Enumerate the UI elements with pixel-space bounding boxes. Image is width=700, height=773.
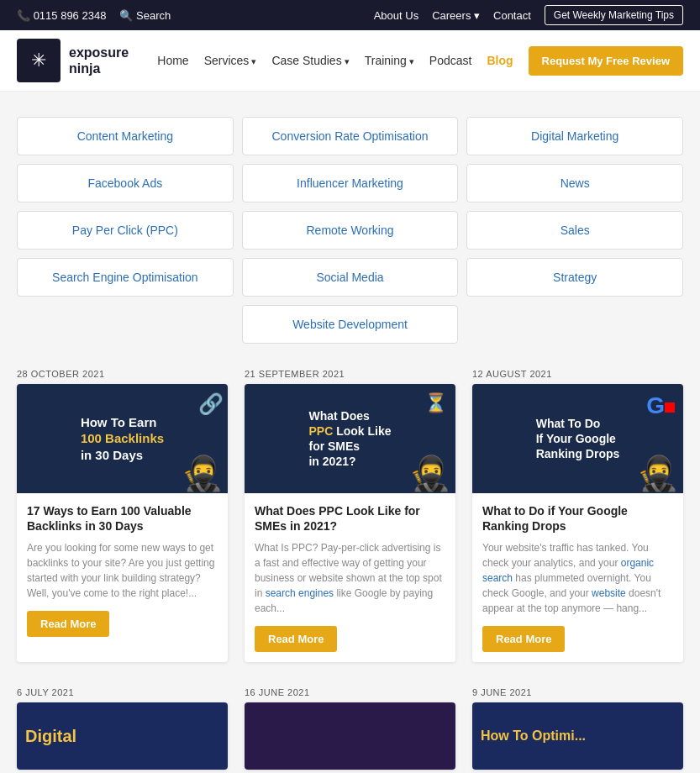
nav-podcast[interactable]: Podcast bbox=[429, 54, 472, 67]
preview-date-3: 9 JUNE 2021 bbox=[472, 687, 683, 697]
nav-blog[interactable]: Blog bbox=[487, 54, 513, 67]
posts-grid: How To Earn100 Backlinksin 30 Days 🥷 🔗 1… bbox=[17, 384, 683, 662]
nav-services[interactable]: Services bbox=[204, 54, 257, 67]
category-ppc[interactable]: Pay Per Click (PPC) bbox=[17, 211, 234, 250]
read-more-button-1[interactable]: Read More bbox=[27, 611, 109, 637]
nav-case-studies[interactable]: Case Studies bbox=[271, 54, 349, 67]
about-us-link[interactable]: About Us bbox=[374, 9, 418, 22]
careers-link[interactable]: Careers ▾ bbox=[432, 9, 480, 22]
top-bar-left: 📞 0115 896 2348 🔍 Search bbox=[17, 9, 171, 22]
nav-home[interactable]: Home bbox=[157, 54, 188, 67]
category-content-marketing[interactable]: Content Marketing bbox=[17, 117, 234, 155]
preview-image-text-1: Digital bbox=[17, 718, 228, 755]
posts-dates-row: 28 OCTOBER 2021 21 SEPTEMBER 2021 12 AUG… bbox=[17, 369, 683, 384]
post-body-3: What to Do if Your Google Ranking Drops … bbox=[472, 493, 683, 662]
post-image-3: What To DoIf Your GoogleRanking Drops 🥷 … bbox=[472, 384, 683, 493]
post-image-1: How To Earn100 Backlinksin 30 Days 🥷 🔗 bbox=[17, 384, 228, 493]
post-date-2: 21 SEPTEMBER 2021 bbox=[245, 369, 455, 379]
top-bar: 📞 0115 896 2348 🔍 Search About Us Career… bbox=[0, 0, 700, 30]
category-section: Content Marketing Conversion Rate Optimi… bbox=[0, 92, 700, 352]
search-link[interactable]: 🔍 Search bbox=[119, 9, 171, 22]
post-excerpt-1: Are you looking for some new ways to get… bbox=[27, 540, 218, 601]
logo-icon: ✳ bbox=[17, 39, 61, 82]
posts-section: 28 OCTOBER 2021 21 SEPTEMBER 2021 12 AUG… bbox=[0, 352, 700, 773]
preview-card-1: Digital bbox=[17, 702, 228, 770]
post-body-1: 17 Ways to Earn 100 Valuable Backlinks i… bbox=[17, 493, 228, 647]
post-card-1: How To Earn100 Backlinksin 30 Days 🥷 🔗 1… bbox=[17, 384, 228, 662]
read-more-button-3[interactable]: Read More bbox=[482, 626, 565, 652]
post-image-2: What DoesPPC Look Likefor SMEsin 2021? 🥷… bbox=[245, 384, 455, 493]
post-title-2: What Does PPC Look Like for SMEs in 2021… bbox=[255, 503, 445, 534]
category-remote-working[interactable]: Remote Working bbox=[242, 211, 459, 250]
weekly-tips-button[interactable]: Get Weekly Marketing Tips bbox=[545, 5, 683, 25]
main-nav: ✳ exposure ninja Home Services Case Stud… bbox=[0, 30, 700, 92]
top-bar-right: About Us Careers ▾ Contact Get Weekly Ma… bbox=[374, 5, 683, 25]
read-more-button-2[interactable]: Read More bbox=[255, 626, 337, 652]
phone-number: 📞 0115 896 2348 bbox=[17, 9, 106, 22]
category-website-development[interactable]: Website Development bbox=[242, 305, 459, 344]
post-card-3: What To DoIf Your GoogleRanking Drops 🥷 … bbox=[472, 384, 683, 662]
post-date-1: 28 OCTOBER 2021 bbox=[17, 369, 228, 379]
preview-image-2 bbox=[245, 702, 455, 770]
request-review-button[interactable]: Request My Free Review bbox=[529, 46, 683, 76]
preview-image-3: How To Optimi... bbox=[472, 702, 683, 770]
category-strategy[interactable]: Strategy bbox=[466, 258, 683, 297]
category-seo[interactable]: Search Engine Optimisation bbox=[17, 258, 234, 297]
preview-date-1: 6 JULY 2021 bbox=[17, 687, 228, 697]
post-title-1: 17 Ways to Earn 100 Valuable Backlinks i… bbox=[27, 503, 218, 534]
category-social-media[interactable]: Social Media bbox=[242, 258, 459, 297]
category-facebook-ads[interactable]: Facebook Ads bbox=[17, 164, 234, 202]
category-influencer-marketing[interactable]: Influencer Marketing bbox=[242, 164, 459, 202]
logo: ✳ exposure ninja bbox=[17, 39, 129, 82]
preview-card-2 bbox=[245, 702, 455, 770]
logo-text: exposure ninja bbox=[69, 45, 129, 76]
post-date-3: 12 AUGUST 2021 bbox=[472, 369, 683, 379]
category-grid: Content Marketing Conversion Rate Optimi… bbox=[17, 117, 683, 344]
category-news[interactable]: News bbox=[466, 164, 683, 202]
preview-image-text-3: How To Optimi... bbox=[472, 720, 683, 752]
post-body-2: What Does PPC Look Like for SMEs in 2021… bbox=[245, 493, 455, 662]
nav-training[interactable]: Training bbox=[365, 54, 414, 67]
nav-links: Home Services Case Studies Training Podc… bbox=[157, 46, 683, 76]
category-conversion-rate[interactable]: Conversion Rate Optimisation bbox=[242, 117, 459, 155]
contact-link[interactable]: Contact bbox=[493, 9, 531, 22]
preview-card-3: How To Optimi... bbox=[472, 702, 683, 770]
category-digital-marketing[interactable]: Digital Marketing bbox=[466, 117, 683, 155]
post-excerpt-2: What Is PPC? Pay-per-click advertising i… bbox=[255, 540, 445, 616]
category-sales[interactable]: Sales bbox=[466, 211, 683, 250]
preview-date-2: 16 JUNE 2021 bbox=[245, 687, 455, 697]
preview-image-1: Digital bbox=[17, 702, 228, 770]
post-title-3: What to Do if Your Google Ranking Drops bbox=[482, 503, 673, 534]
post-card-2: What DoesPPC Look Likefor SMEsin 2021? 🥷… bbox=[245, 384, 455, 662]
post-excerpt-3: Your website's traffic has tanked. You c… bbox=[482, 540, 673, 616]
